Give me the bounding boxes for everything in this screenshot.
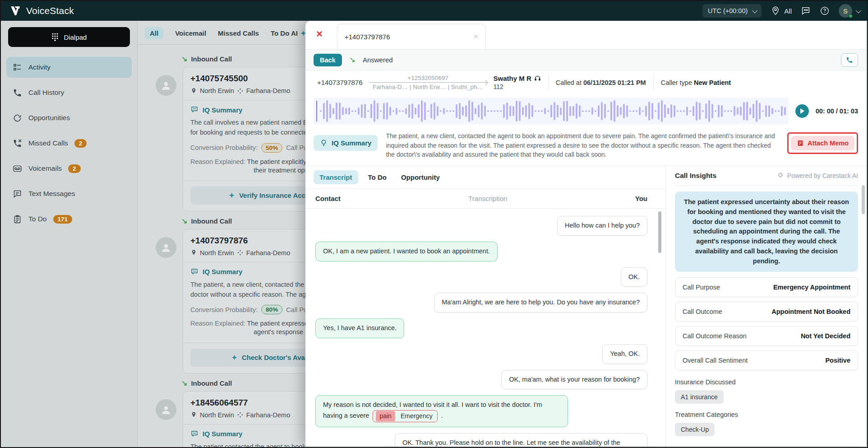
sidebar-item-voicemails[interactable]: Voicemails2	[6, 158, 132, 179]
sidebar-item-label: Call History	[28, 89, 64, 97]
waveform-bar	[617, 105, 619, 117]
sidebar-item-activity[interactable]: Activity	[6, 57, 132, 78]
sidebar-item-to-do[interactable]: To Do171	[6, 209, 132, 229]
sidebar-nav: ActivityCall HistoryOpportunitiesMissed …	[6, 57, 132, 229]
call-tab[interactable]: +14073797876 ×	[337, 24, 486, 49]
waveform-bar	[364, 104, 366, 118]
inbound-arrow-icon: ↘	[349, 55, 356, 65]
location-label: North Erwin	[200, 249, 234, 257]
insight-field-call-outcome: Call OutcomeAppointment Not Booked	[675, 302, 858, 322]
tab-opportunity[interactable]: Opportunity	[397, 170, 444, 184]
message-row: Hello how can I help you?	[315, 216, 647, 236]
waveform-bar	[557, 105, 559, 117]
location-label: North Erwin	[200, 411, 234, 419]
attach-memo-button[interactable]: Attach Memo	[791, 136, 854, 150]
iq-summary-label: IQ Summary	[332, 139, 371, 147]
waveform-bar	[696, 102, 697, 120]
agent-extension: 112	[494, 83, 541, 90]
sidebar-item-call-history[interactable]: Call History	[6, 82, 132, 103]
waveform-bar	[383, 103, 385, 119]
waveform-bar	[775, 110, 776, 112]
lightbulb-icon	[320, 139, 328, 147]
call-back-button[interactable]	[841, 53, 858, 67]
waveform-bar	[348, 107, 350, 115]
contact-message-bubble: My reason is not decided, I wanted to vi…	[315, 395, 568, 427]
waveform-bar	[759, 103, 761, 119]
avatar: S	[839, 4, 852, 18]
routing-path: Farhana-D… | North Erw… | Sruthi_ph…	[369, 84, 487, 90]
play-button[interactable]	[795, 104, 809, 118]
location-selector[interactable]: All	[771, 6, 792, 16]
sidebar-item-label: Text Messages	[28, 190, 75, 198]
waveform-bar	[358, 107, 360, 114]
insight-group-label: Insurance Discussed	[675, 378, 858, 386]
chat-icon[interactable]	[801, 6, 811, 16]
activity-icon	[13, 63, 22, 72]
waveform-bar	[437, 106, 439, 117]
sidebar-item-text-messages[interactable]: Text Messages	[6, 183, 132, 204]
waveform-bar	[740, 107, 742, 116]
waveform-bar	[380, 110, 382, 112]
user-menu[interactable]: S	[839, 4, 860, 18]
tab-transcript[interactable]: Transcript	[314, 170, 358, 184]
waveform-bar	[607, 110, 609, 112]
waveform-bar	[588, 110, 590, 112]
transcript-scrollbar[interactable]	[658, 211, 661, 253]
location-pin-icon	[190, 249, 197, 256]
waveform-bar	[418, 104, 420, 117]
waveform-bar	[655, 110, 656, 112]
practice-label: Farhana-Demo	[246, 249, 291, 257]
sidebar-item-missed-calls[interactable]: Missed Calls2	[6, 133, 132, 154]
back-button[interactable]: Back	[314, 54, 342, 66]
sidebar: Dialpad ActivityCall HistoryOpportunitie…	[1, 21, 138, 447]
waveform-bar	[730, 110, 732, 112]
message-list: Hello how can I help you?OK, I am a new …	[305, 209, 665, 446]
feed-tab-all[interactable]: All	[145, 27, 163, 39]
waveform-bar	[651, 103, 653, 119]
waveform-bar	[724, 110, 726, 112]
waveform-bar	[538, 110, 540, 112]
insight-groups: Insurance DiscussedA1 insuranceTreatment…	[675, 375, 858, 443]
waveform[interactable]	[314, 98, 789, 125]
waveform-bar	[535, 110, 536, 112]
feed-tab-to-do-ai[interactable]: To Do AI✦	[271, 29, 306, 37]
waveform-bar	[503, 104, 505, 117]
waveform-bar	[658, 103, 660, 120]
waveform-bar	[500, 110, 502, 112]
waveform-bar	[771, 108, 773, 114]
close-tab-icon[interactable]: ×	[473, 32, 478, 42]
panel-scrollbar[interactable]	[862, 185, 865, 214]
feed-tab-missed-calls[interactable]: Missed Calls	[218, 29, 259, 37]
close-panel-icon[interactable]: ×	[316, 28, 323, 39]
timezone-selector[interactable]: UTC (+00:00)	[702, 4, 762, 18]
waveform-bar	[645, 106, 647, 117]
sidebar-item-label: Missed Calls	[28, 139, 68, 147]
playhead-cursor[interactable]	[316, 101, 317, 121]
help-icon[interactable]	[820, 6, 830, 16]
waveform-bar	[626, 105, 628, 117]
sidebar-item-opportunities[interactable]: Opportunities	[6, 107, 132, 128]
feed-tab-voicemail[interactable]: Voicemail	[175, 29, 206, 37]
insight-field-overall-call-sentiment: Overall Call SentimentPositive	[675, 350, 858, 370]
waveform-bar	[402, 110, 404, 112]
call-detail-panel: × +14073797876 × Back ↘ Answered +140737…	[305, 21, 866, 446]
waveform-bar	[396, 108, 397, 115]
playback-time: 00: 00 / 01: 03	[816, 107, 858, 115]
insight-field-label: Call Purpose	[683, 284, 720, 291]
waveform-bar	[434, 103, 435, 120]
memo-icon	[797, 140, 804, 147]
agent-message-bubble: OK, ma'am, what is your reason for booki…	[501, 370, 647, 390]
waveform-bar	[465, 105, 467, 117]
waveform-bar	[408, 104, 410, 118]
tab-to-do[interactable]: To Do	[364, 170, 391, 184]
waveform-bar	[768, 105, 770, 117]
waveform-bar	[620, 107, 622, 115]
waveform-bar	[443, 108, 445, 114]
waveform-bar	[705, 103, 707, 119]
message-row: OK. Thank you. Please hold on to the lin…	[315, 433, 647, 446]
insight-field-call-purpose: Call PurposeEmergency Appointment	[675, 277, 858, 297]
dialpad-button[interactable]: Dialpad	[8, 27, 130, 47]
call-info-row: +14073797876 +12532050697 Farhana-D… | N…	[305, 70, 866, 94]
audio-player: 00: 00 / 01: 03	[305, 94, 866, 128]
count-badge: 2	[74, 139, 87, 148]
